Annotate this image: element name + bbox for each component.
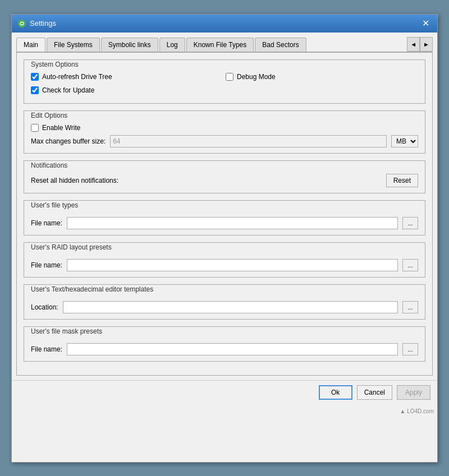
text-hex-input[interactable] xyxy=(63,301,398,313)
buffer-input[interactable] xyxy=(110,135,387,147)
tab-next-button[interactable]: ► xyxy=(420,37,433,52)
buffer-row: Max changes buffer size: MB xyxy=(31,135,418,147)
users-file-mask-legend: User's file mask presets xyxy=(29,327,104,335)
watermark: ▲ LO4D.com xyxy=(400,408,434,414)
notifications-group: Notifications Reset all hidden notificat… xyxy=(24,160,425,193)
cancel-button[interactable]: Cancel xyxy=(357,385,392,400)
bottom-buttons: Ok Cancel Apply xyxy=(12,380,437,405)
raid-browse-button[interactable]: ... xyxy=(402,259,418,271)
system-options-group: System Options Auto-refresh Drive Tree D… xyxy=(24,59,425,104)
users-raid-legend: User's RAID layout presets xyxy=(29,243,114,251)
debug-mode-checkbox[interactable] xyxy=(226,73,233,81)
edit-options-group: Edit Options Enable Write Max changes bu… xyxy=(24,110,425,154)
svg-point-0 xyxy=(18,20,26,27)
main-tab-content: System Options Auto-refresh Drive Tree D… xyxy=(16,53,433,376)
users-text-hex-legend: User's Text/hexadecimal editor templates xyxy=(29,285,155,293)
notifications-legend: Notifications xyxy=(29,161,70,169)
title-bar: Settings ✕ xyxy=(12,15,437,33)
enable-write-label[interactable]: Enable Write xyxy=(42,124,80,132)
tab-bad-sectors[interactable]: Bad Sectors xyxy=(255,38,306,52)
reset-button[interactable]: Reset xyxy=(386,174,418,187)
tab-prev-button[interactable]: ◄ xyxy=(407,37,420,52)
check-update-label[interactable]: Check for Update xyxy=(42,86,94,94)
auto-refresh-row: Auto-refresh Drive Tree xyxy=(31,73,223,81)
edit-options-legend: Edit Options xyxy=(29,112,70,119)
auto-refresh-checkbox[interactable] xyxy=(31,73,39,81)
debug-mode-row: Debug Mode xyxy=(226,73,418,81)
users-file-types-legend: User's file types xyxy=(29,201,80,209)
system-options-legend: System Options xyxy=(29,61,81,68)
tabs-list: Main File Systems Symbolic links Log Kno… xyxy=(16,38,407,52)
tab-known-file-types[interactable]: Known File Types xyxy=(186,38,254,52)
notifications-row: Reset all hidden notifications: Reset xyxy=(31,174,418,187)
users-file-mask-group: User's file mask presets File name: ... xyxy=(24,326,425,362)
auto-refresh-label[interactable]: Auto-refresh Drive Tree xyxy=(42,73,112,81)
raid-input[interactable] xyxy=(67,259,398,271)
ok-button[interactable]: Ok xyxy=(319,385,352,400)
close-button[interactable]: ✕ xyxy=(420,19,432,28)
file-mask-browse-button[interactable]: ... xyxy=(402,343,418,355)
file-types-file-label: File name: xyxy=(31,219,62,227)
buffer-label: Max changes buffer size: xyxy=(31,137,106,145)
reset-notifications-label: Reset all hidden notifications: xyxy=(31,177,118,184)
users-text-hex-group: User's Text/hexadecimal editor templates… xyxy=(24,284,425,320)
file-mask-file-label: File name: xyxy=(31,345,62,353)
enable-write-checkbox[interactable] xyxy=(31,124,39,132)
file-types-input[interactable] xyxy=(67,217,398,229)
file-types-input-row: File name: ... xyxy=(31,217,418,229)
apply-button[interactable]: Apply xyxy=(397,385,430,400)
tab-file-systems[interactable]: File Systems xyxy=(47,38,100,52)
tabs-container: Main File Systems Symbolic links Log Kno… xyxy=(16,37,433,53)
tab-log[interactable]: Log xyxy=(159,38,185,52)
check-update-row: Check for Update xyxy=(31,86,223,94)
text-hex-location-label: Location: xyxy=(31,303,58,311)
file-mask-input[interactable] xyxy=(67,343,398,355)
file-types-browse-button[interactable]: ... xyxy=(402,217,418,229)
text-hex-input-row: Location: ... xyxy=(31,301,418,313)
enable-write-row: Enable Write xyxy=(31,124,418,132)
text-hex-browse-button[interactable]: ... xyxy=(402,301,418,313)
file-mask-input-row: File name: ... xyxy=(31,343,418,355)
mb-select[interactable]: MB xyxy=(391,135,418,147)
tab-symbolic-links[interactable]: Symbolic links xyxy=(101,38,158,52)
debug-mode-label[interactable]: Debug Mode xyxy=(237,73,276,81)
raid-input-row: File name: ... xyxy=(31,259,418,271)
users-raid-group: User's RAID layout presets File name: ..… xyxy=(24,242,425,278)
users-file-types-group: User's file types File name: ... xyxy=(24,200,425,235)
tab-main[interactable]: Main xyxy=(16,38,45,52)
raid-file-label: File name: xyxy=(31,261,62,269)
window-title: Settings xyxy=(30,19,56,27)
app-icon xyxy=(17,19,26,28)
check-update-checkbox[interactable] xyxy=(31,86,39,94)
